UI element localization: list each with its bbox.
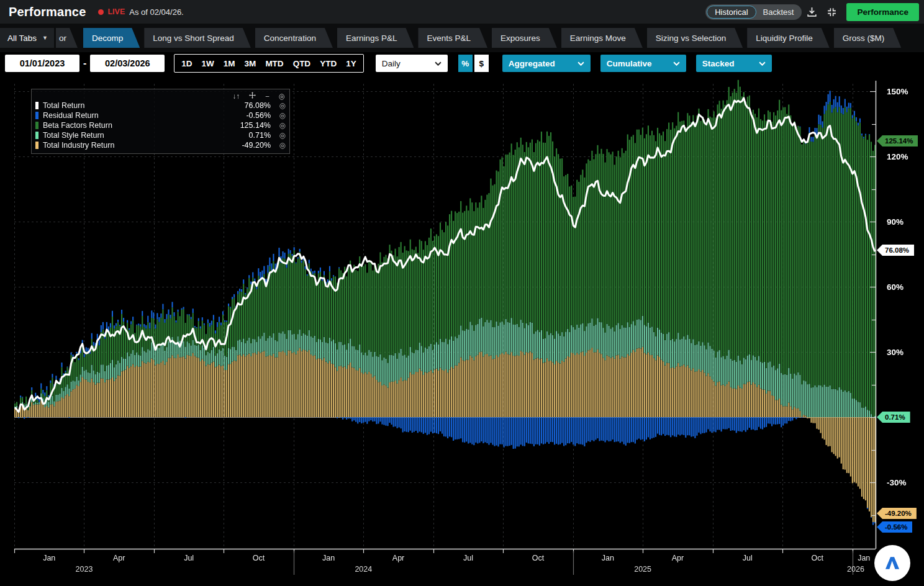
x-axis-month-label: Apr [113, 554, 125, 562]
legend-series-name: Total Style Return [43, 131, 104, 140]
sort-icon[interactable]: ↓↑ [233, 92, 240, 100]
value-tag-49-20: -49.20% [877, 508, 917, 519]
x-axis-year-label: 2023 [76, 565, 93, 574]
x-axis-month-label: Apr [672, 554, 684, 562]
minimize-icon[interactable]: − [265, 92, 270, 100]
legend-series-name: Beta Factors Return [43, 121, 112, 130]
x-axis-month-label: Apr [392, 554, 404, 562]
app-root: Performance LIVE As of 02/04/26. Histori… [0, 0, 924, 586]
all-tabs-label: All Tabs [7, 34, 37, 43]
value-tag-0-71: 0.71% [877, 412, 910, 423]
x-axis-month-label: Jul [463, 554, 473, 562]
x-axis-year-label: 2026 [847, 565, 864, 574]
all-tabs-dropdown[interactable]: All Tabs ▼ [0, 28, 54, 48]
x-axis-month-label: Oct [812, 554, 823, 562]
eye-icon[interactable]: ◎ [276, 121, 286, 130]
y-axis-label: 30% [887, 348, 904, 357]
legend-series-value: 125.14% [240, 121, 271, 130]
legend-swatch [35, 132, 38, 139]
x-axis-month-label: Jan [858, 554, 870, 562]
y-axis-label: 90% [887, 217, 904, 227]
x-axis-month-label: Jan [43, 554, 55, 562]
x-axis-month-label: Jul [743, 554, 753, 562]
x-axis-month-label: Jan [322, 554, 335, 562]
eye-icon[interactable]: ◎ [276, 141, 286, 150]
legend-series-name: Total Industry Return [43, 141, 114, 150]
visibility-icon[interactable]: ◎ [279, 92, 285, 101]
value-tag-76-08: 76.08% [877, 245, 914, 256]
chart-legend: ↓↑ − ◎ Total Return76.08%◎Residual Retur… [31, 89, 290, 154]
x-axis-month-label: Jul [184, 554, 194, 562]
legend-row: Total Return76.08%◎ [35, 101, 286, 110]
move-icon[interactable] [249, 92, 256, 100]
legend-series-value: -0.56% [246, 111, 271, 120]
legend-series-name: Residual Return [43, 111, 99, 120]
legend-rows: Total Return76.08%◎Residual Return-0.56%… [35, 101, 286, 150]
x-axis-month-label: Oct [253, 554, 265, 562]
eye-icon[interactable]: ◎ [276, 111, 286, 120]
y-axis-label: 120% [887, 152, 908, 161]
legend-row: Residual Return-0.56%◎ [35, 110, 286, 120]
value-tag-0-56: -0.56% [877, 521, 912, 533]
legend-row: Total Industry Return-49.20%◎ [35, 140, 286, 150]
y-axis-label: 60% [887, 282, 904, 292]
legend-row: Beta Factors Return125.14%◎ [35, 120, 286, 130]
x-axis-year-label: 2025 [634, 565, 651, 574]
eye-icon[interactable]: ◎ [276, 101, 286, 110]
brand-logo[interactable] [874, 545, 910, 581]
performance-chart[interactable] [0, 0, 924, 586]
legend-series-value: -49.20% [242, 141, 271, 150]
legend-series-value: 0.71% [249, 131, 271, 140]
legend-toolbar: ↓↑ − ◎ [35, 91, 286, 101]
y-axis-label: 150% [887, 87, 908, 96]
chevron-down-icon: ▼ [42, 35, 48, 41]
legend-series-name: Total Return [43, 101, 84, 110]
legend-swatch [35, 142, 38, 149]
x-axis-month-label: Jan [602, 554, 614, 562]
legend-swatch [35, 122, 38, 129]
legend-row: Total Style Return0.71%◎ [35, 130, 286, 140]
legend-series-value: 76.08% [245, 101, 271, 110]
legend-swatch [35, 112, 38, 119]
brand-a-icon [882, 552, 903, 574]
legend-swatch [35, 102, 38, 109]
y-axis-label: -30% [887, 478, 907, 487]
x-axis-month-label: Oct [532, 554, 544, 562]
value-tag-125-14: 125.14% [877, 135, 918, 146]
x-axis-year-label: 2024 [355, 565, 372, 574]
eye-icon[interactable]: ◎ [276, 131, 286, 140]
